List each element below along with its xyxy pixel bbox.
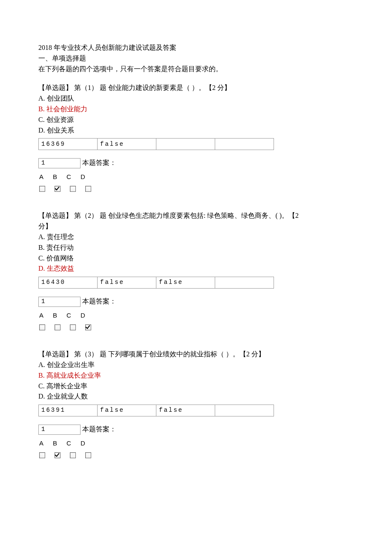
sequence-box: 1 xyxy=(38,158,81,168)
choice-header: A B C D xyxy=(38,438,354,448)
table-cell: false xyxy=(98,277,156,289)
table-cell xyxy=(215,405,274,416)
answer-label: 本题答案： xyxy=(82,424,116,435)
question-prompt: 【单选题】 第（1） 题 创业能力建设的新要素是（ ）。【2 分】 xyxy=(38,83,354,93)
question-prompt-cont: 分】 xyxy=(38,221,354,232)
table-row: 16430 false false xyxy=(39,277,274,289)
data-table: 16430 false false xyxy=(38,277,274,289)
choice-col-b: B xyxy=(53,172,57,182)
table-cell xyxy=(215,277,274,289)
question-prompt: 【单选题】 第（2） 题 创业绿色生态能力维度要素包括: 绿色策略、绿色商务、(… xyxy=(38,211,354,221)
choice-col-b: B xyxy=(53,438,57,448)
instruction-text: 在下列各题的四个选项中，只有一个答案是符合题目要求的。 xyxy=(38,64,354,75)
option-c: C. 价值网络 xyxy=(38,253,354,264)
table-cell: false xyxy=(156,405,215,416)
page-title: 2018 年专业技术人员创新能力建设试题及答案 xyxy=(38,43,354,53)
data-table: 16391 false false xyxy=(38,405,274,416)
table-cell: false xyxy=(98,405,156,416)
checkbox-a[interactable] xyxy=(39,324,45,330)
choice-header: A B C D xyxy=(38,172,354,182)
answer-label: 本题答案： xyxy=(82,158,116,168)
checkbox-a[interactable] xyxy=(39,452,45,458)
checkbox-row xyxy=(38,324,354,330)
choice-col-b: B xyxy=(53,310,57,320)
sequence-box: 1 xyxy=(38,425,81,435)
option-c: C. 创业资源 xyxy=(38,115,354,125)
table-cell: 16391 xyxy=(39,405,98,416)
question-prompt: 【单选题】 第（3） 题 下列哪项属于创业绩效中的就业指标（ ）。【2 分】 xyxy=(38,349,354,360)
option-d: D. 企业就业人数 xyxy=(38,391,354,402)
checkbox-row xyxy=(38,186,354,192)
choice-col-c: C xyxy=(66,172,71,182)
checkbox-d[interactable] xyxy=(85,186,91,192)
choice-col-a: A xyxy=(39,172,43,182)
option-d: D. 创业关系 xyxy=(38,125,354,136)
checkbox-d[interactable] xyxy=(85,324,91,330)
checkbox-c[interactable] xyxy=(70,324,76,330)
checkbox-b[interactable] xyxy=(55,452,61,458)
option-b: B. 社会创业能力 xyxy=(38,104,354,115)
choice-col-d: D xyxy=(81,310,85,320)
choice-col-d: D xyxy=(81,172,85,182)
choice-col-a: A xyxy=(39,310,43,320)
checkbox-a[interactable] xyxy=(39,186,45,192)
checkbox-b[interactable] xyxy=(55,186,61,192)
table-cell xyxy=(156,139,215,150)
table-row: 16391 false false xyxy=(39,405,274,416)
table-row: 16369 false xyxy=(39,139,274,150)
checkbox-d[interactable] xyxy=(85,452,91,458)
option-a: A. 创业企业出生率 xyxy=(38,360,354,370)
option-a: A. 责任理念 xyxy=(38,232,354,243)
option-b: B. 责任行动 xyxy=(38,243,354,253)
checkbox-c[interactable] xyxy=(70,186,76,192)
section-heading: 一、单项选择题 xyxy=(38,53,354,64)
checkbox-row xyxy=(38,452,354,458)
option-d: D. 生态效益 xyxy=(38,263,354,274)
choice-col-d: D xyxy=(81,438,85,448)
table-cell: 16369 xyxy=(39,139,98,150)
option-a: A. 创业团队 xyxy=(38,93,354,104)
data-table: 16369 false xyxy=(38,138,274,150)
table-cell xyxy=(215,139,274,150)
answer-label: 本题答案： xyxy=(82,296,116,307)
option-c: C. 高增长企业率 xyxy=(38,381,354,392)
choice-col-c: C xyxy=(66,310,71,320)
sequence-box: 1 xyxy=(38,297,81,307)
choice-col-a: A xyxy=(39,438,43,448)
checkbox-c[interactable] xyxy=(70,452,76,458)
table-cell: false xyxy=(156,277,215,289)
table-cell: 16430 xyxy=(39,277,98,289)
table-cell: false xyxy=(98,139,156,150)
choice-header: A B C D xyxy=(38,310,354,320)
option-b: B. 高就业成长企业率 xyxy=(38,370,354,381)
choice-col-c: C xyxy=(66,438,71,448)
checkbox-b[interactable] xyxy=(55,324,61,330)
